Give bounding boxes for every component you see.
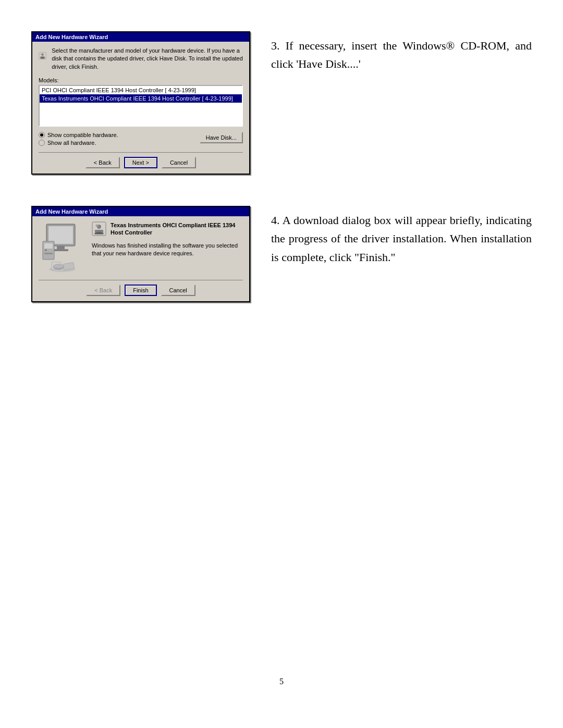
dialog-area-1: Add New Hardware Wizard Select the man <box>31 31 250 175</box>
dialog-1-intro: Select the manufacturer and model of you… <box>52 47 243 71</box>
page-number: 5 <box>31 656 532 686</box>
dialog-1-buttons: < Back Next > Cancel <box>39 152 243 168</box>
svg-rect-9 <box>44 243 53 249</box>
dialog-1-options: Show compatible hardware. Show all hardw… <box>39 132 243 146</box>
svg-point-16 <box>53 264 64 268</box>
dialog-2-body: Texas Instruments OHCI Compliant IEEE 13… <box>32 216 249 301</box>
dialog-2: Add New Hardware Wizard <box>31 206 250 302</box>
cancel-button-2[interactable]: Cancel <box>161 285 195 296</box>
wizard-icon-1 <box>39 47 46 65</box>
radio-all-circle <box>39 140 45 146</box>
page-container: Add New Hardware Wizard Select the man <box>0 0 563 728</box>
dialog-2-right: Texas Instruments OHCI Compliant IEEE 13… <box>92 221 243 274</box>
svg-point-20 <box>96 225 99 227</box>
svg-point-10 <box>45 249 47 251</box>
have-disk-button[interactable]: Have Disk... <box>200 132 243 143</box>
dialog-area-2: Add New Hardware Wizard <box>31 206 250 302</box>
svg-rect-11 <box>44 253 53 254</box>
radio-all[interactable]: Show all hardware. <box>39 140 118 146</box>
models-listbox[interactable]: PCI OHCI Compliant IEEE 1394 Host Contro… <box>39 85 243 127</box>
description-area-2: 4. A download dialog box will appear bri… <box>271 206 532 266</box>
radio-compatible[interactable]: Show compatible hardware. <box>39 132 118 138</box>
radio-group: Show compatible hardware. Show all hardw… <box>39 132 118 146</box>
description-text-1: 3. If necessary, insert the Windows® CD-… <box>271 36 532 73</box>
description-area-1: 3. If necessary, insert the Windows® CD-… <box>271 31 532 73</box>
hw-name-line2: Host Controller <box>111 229 235 236</box>
dialog-1: Add New Hardware Wizard Select the man <box>31 31 250 175</box>
computer-graphic <box>39 221 85 274</box>
dialog-1-titlebar: Add New Hardware Wizard <box>32 32 249 42</box>
models-label: Models: <box>39 77 243 83</box>
dialog-1-header: Select the manufacturer and model of you… <box>39 47 243 71</box>
dialog-2-content: Texas Instruments OHCI Compliant IEEE 13… <box>39 221 243 274</box>
section-2: Add New Hardware Wizard <box>31 206 532 302</box>
description-text-2: 4. A download dialog box will appear bri… <box>271 211 532 266</box>
dialog-1-body: Select the manufacturer and model of you… <box>32 42 249 174</box>
wizard-icon-2 <box>92 221 106 236</box>
cancel-button-1[interactable]: Cancel <box>162 157 196 168</box>
dialog-1-title: Add New Hardware Wizard <box>35 34 108 40</box>
dialog-2-hw-name: Texas Instruments OHCI Compliant IEEE 13… <box>111 221 235 237</box>
back-button-2[interactable]: < Back <box>86 285 120 296</box>
hw-name-line1: Texas Instruments OHCI Compliant IEEE 13… <box>111 221 235 229</box>
list-item-1[interactable]: PCI OHCI Compliant IEEE 1394 Host Contro… <box>40 86 242 94</box>
dialog-2-titlebar: Add New Hardware Wizard <box>32 207 249 216</box>
dialog-2-hw-header: Texas Instruments OHCI Compliant IEEE 13… <box>92 221 243 237</box>
dialog-2-buttons: < Back Finish Cancel <box>39 280 243 296</box>
finish-button[interactable]: Finish <box>125 285 156 296</box>
next-button-1[interactable]: Next > <box>124 157 157 168</box>
svg-rect-6 <box>57 246 65 249</box>
svg-point-3 <box>41 54 42 55</box>
radio-compatible-circle <box>39 132 45 138</box>
section-1: Add New Hardware Wizard Select the man <box>31 31 532 175</box>
radio-compatible-label: Show compatible hardware. <box>47 132 118 138</box>
back-button-1[interactable]: < Back <box>85 157 120 168</box>
dialog-2-message: Windows has finished installing the soft… <box>92 242 243 258</box>
svg-rect-7 <box>53 249 68 251</box>
list-item-2[interactable]: Texas Instruments OHCI Compliant IEEE 13… <box>40 94 242 103</box>
radio-all-label: Show all hardware. <box>47 140 96 146</box>
dialog-2-title: Add New Hardware Wizard <box>35 208 108 215</box>
